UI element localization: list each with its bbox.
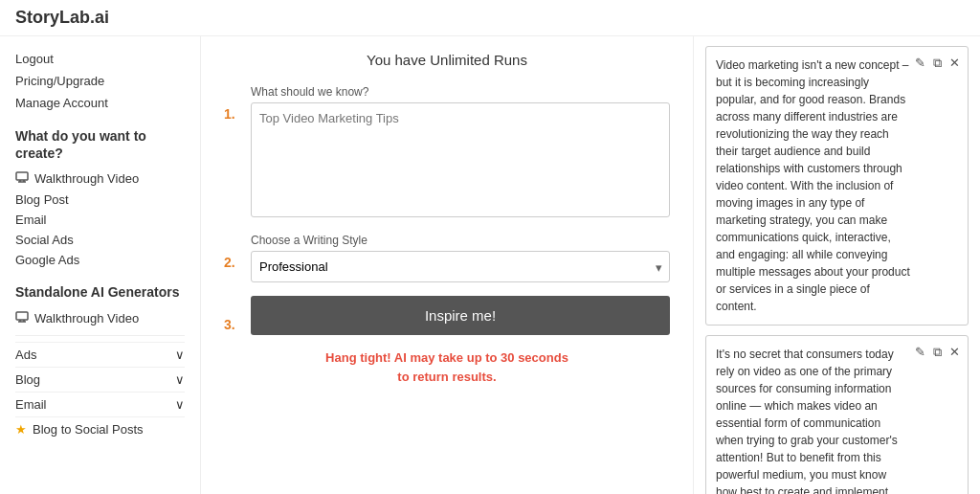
step-1: 1. What should we know? bbox=[224, 85, 670, 220]
logo: StoryLab.ai bbox=[15, 8, 109, 27]
step-2-number: 2. bbox=[224, 234, 241, 270]
sidebar: Logout Pricing/Upgrade Manage Account Wh… bbox=[0, 36, 201, 494]
chevron-down-icon-3: ∨ bbox=[175, 397, 185, 412]
sidebar-star-label: Blog to Social Posts bbox=[33, 422, 144, 437]
step-2: 2. Choose a Writing Style Professional C… bbox=[224, 234, 670, 282]
sidebar-item-walkthrough-video-1[interactable]: Walkthrough Video bbox=[15, 168, 185, 190]
step-1-label: What should we know? bbox=[251, 85, 670, 99]
sidebar-blog-social-posts[interactable]: ★ Blog to Social Posts bbox=[15, 416, 185, 441]
sidebar-item-label: Email bbox=[15, 213, 47, 227]
step-3: 3. Inspire me! bbox=[224, 296, 670, 335]
result-text-2: It's no secret that consumers today rely… bbox=[716, 346, 958, 494]
monitor-icon bbox=[15, 170, 29, 187]
svg-rect-4 bbox=[16, 312, 28, 320]
chevron-down-icon-2: ∨ bbox=[175, 372, 185, 387]
step-1-group: What should we know? bbox=[251, 85, 670, 220]
right-panel: ✎ ⧉ ✕ Video marketing isn't a new concep… bbox=[693, 36, 980, 494]
result-card-2-actions: ✎ ⧉ ✕ bbox=[913, 342, 962, 363]
loading-text: Hang tight! AI may take up to 30 seconds… bbox=[224, 348, 670, 386]
sidebar-divider bbox=[15, 335, 185, 336]
sidebar-item-label: Blog Post bbox=[15, 192, 69, 207]
sidebar-item-email[interactable]: Email bbox=[15, 210, 185, 230]
step-2-label: Choose a Writing Style bbox=[251, 234, 670, 247]
svg-rect-0 bbox=[16, 172, 28, 180]
copy-icon-1[interactable]: ⧉ bbox=[931, 53, 944, 74]
sidebar-manage-account[interactable]: Manage Account bbox=[15, 92, 185, 114]
sidebar-item-social-ads[interactable]: Social Ads bbox=[15, 230, 185, 250]
result-card-1-actions: ✎ ⧉ ✕ bbox=[913, 53, 962, 74]
copy-icon-2[interactable]: ⧉ bbox=[931, 342, 944, 363]
inspire-button[interactable]: Inspire me! bbox=[251, 296, 670, 335]
sidebar-category-ads[interactable]: Ads ∨ bbox=[15, 342, 185, 367]
chevron-down-icon: ∨ bbox=[175, 348, 185, 362]
result-card-2: ✎ ⧉ ✕ It's no secret that consumers toda… bbox=[705, 335, 969, 494]
sidebar-item-walkthrough-video-2[interactable]: Walkthrough Video bbox=[15, 307, 185, 329]
step-3-number: 3. bbox=[224, 296, 241, 332]
sidebar-item-blog-post[interactable]: Blog Post bbox=[15, 190, 185, 210]
sidebar-category-email-label: Email bbox=[15, 397, 47, 412]
sidebar-item-label: Walkthrough Video bbox=[34, 171, 139, 186]
sidebar-category-ads-label: Ads bbox=[15, 348, 36, 362]
sidebar-item-label: Google Ads bbox=[15, 253, 79, 267]
center-content: You have Unlimited Runs 1. What should w… bbox=[201, 36, 693, 494]
page-title: You have Unlimited Runs bbox=[224, 52, 670, 68]
close-icon-1[interactable]: ✕ bbox=[947, 53, 962, 74]
sidebar-category-email[interactable]: Email ∨ bbox=[15, 392, 185, 416]
edit-icon-2[interactable]: ✎ bbox=[913, 342, 927, 363]
sidebar-item-google-ads[interactable]: Google Ads bbox=[15, 250, 185, 270]
sidebar-standalone-label: Walkthrough Video bbox=[34, 311, 139, 326]
monitor-icon-2 bbox=[15, 310, 29, 326]
sidebar-category-blog-label: Blog bbox=[15, 372, 40, 387]
step-3-group: Inspire me! bbox=[251, 296, 670, 335]
what-should-we-know-input[interactable] bbox=[251, 102, 670, 217]
result-card-1: ✎ ⧉ ✕ Video marketing isn't a new concep… bbox=[705, 46, 969, 326]
step-2-group: Choose a Writing Style Professional Casu… bbox=[251, 234, 670, 282]
edit-icon-1[interactable]: ✎ bbox=[913, 53, 927, 74]
header: StoryLab.ai bbox=[0, 0, 980, 36]
step-1-number: 1. bbox=[224, 85, 241, 122]
sidebar-category-blog[interactable]: Blog ∨ bbox=[15, 367, 185, 392]
sidebar-what-create-title: What do you want to create? bbox=[15, 127, 185, 162]
writing-style-select[interactable]: Professional Casual Formal Friendly Pers… bbox=[251, 251, 670, 282]
sidebar-pricing[interactable]: Pricing/Upgrade bbox=[15, 70, 185, 92]
sidebar-item-label: Social Ads bbox=[15, 233, 74, 247]
sidebar-logout[interactable]: Logout bbox=[15, 48, 185, 70]
main-container: Logout Pricing/Upgrade Manage Account Wh… bbox=[0, 36, 980, 494]
sidebar-standalone-title: Standalone AI Generators bbox=[15, 283, 185, 301]
star-icon: ★ bbox=[15, 422, 27, 437]
writing-style-select-wrap: Professional Casual Formal Friendly Pers… bbox=[251, 251, 670, 282]
close-icon-2[interactable]: ✕ bbox=[947, 342, 962, 363]
result-text-1: Video marketing isn't a new concept – bu… bbox=[716, 56, 958, 315]
